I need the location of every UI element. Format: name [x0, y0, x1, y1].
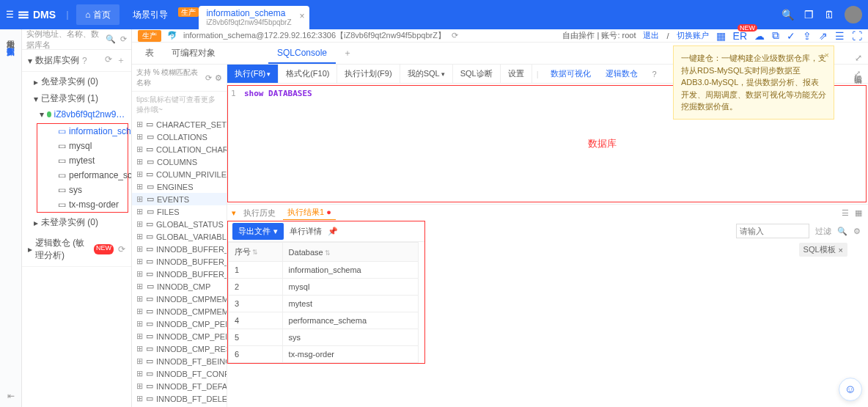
table-item[interactable]: ⊞▭INNODB_BUFFER_POOL_…: [132, 268, 227, 280]
tab-tables[interactable]: 表: [136, 43, 163, 64]
avatar[interactable]: [845, 6, 862, 23]
table-row[interactable]: 5sys: [229, 329, 419, 346]
result-search-input[interactable]: [736, 224, 809, 238]
expand-icon[interactable]: ⊞: [136, 232, 143, 241]
cube-icon[interactable]: ❐: [804, 9, 814, 21]
filter-label[interactable]: 过滤: [815, 226, 831, 237]
expand-icon[interactable]: ⊞: [136, 381, 143, 391]
table-item[interactable]: ⊞▭INNODB_BUFFER_PAGE_…: [132, 255, 227, 268]
plan-button[interactable]: 执行计划(F9): [337, 65, 400, 83]
db-tx-msg-order[interactable]: ▭tx-msg-order: [37, 197, 128, 212]
sql-template-chip[interactable]: SQL模板×: [799, 243, 847, 257]
table-filter[interactable]: 支持 % 模糊匹配表名称 ⟳ ⚙: [132, 65, 227, 92]
search-icon[interactable]: 🔍: [837, 227, 847, 236]
table-item[interactable]: ⊞▭INNODB_CMPMEM: [132, 293, 227, 305]
col-index[interactable]: 序号⇅: [229, 243, 283, 262]
expand-icon[interactable]: ⊞: [136, 294, 143, 304]
section-db-instance[interactable]: ▾ 数据库实例 ? ⟳ ＋: [22, 50, 131, 72]
viz-link[interactable]: 数据可视化: [543, 68, 598, 79]
settings-icon[interactable]: ⚙: [215, 73, 222, 83]
scene-guide-button[interactable]: 场景引导: [124, 0, 177, 29]
refresh-icon[interactable]: ⟳: [205, 73, 212, 83]
refresh-icon[interactable]: ⟳: [120, 34, 127, 44]
table-item[interactable]: ⊞▭INNODB_FT_BEING_DEL…: [132, 355, 227, 367]
help-icon[interactable]: ?: [645, 70, 664, 78]
table-item[interactable]: ⊞▭COLUMNS: [132, 155, 227, 168]
sidebar-search[interactable]: 实例地址、名称、数据库名 🔍 ⟳: [22, 29, 131, 50]
expand-icon[interactable]: ⊞: [136, 207, 144, 216]
db-sys[interactable]: ▭sys: [37, 183, 128, 197]
table-row[interactable]: 2mysql: [229, 279, 419, 296]
expand-icon[interactable]: ⤢: [847, 69, 868, 78]
refresh-icon[interactable]: ⟳: [105, 54, 112, 67]
logout-link[interactable]: 退出: [643, 30, 659, 41]
expand-icon[interactable]: ⊞: [136, 257, 143, 266]
expand-icon[interactable]: ⊞: [136, 157, 144, 166]
product-logo[interactable]: DMS: [17, 8, 56, 21]
table-row[interactable]: 1information_schema: [229, 262, 419, 279]
cloud-icon[interactable]: ☁: [754, 30, 765, 42]
run-button[interactable]: 执行(F8)▾: [227, 65, 279, 83]
table-item[interactable]: ⊞▭COLUMN_PRIVILEGES: [132, 168, 227, 180]
pin-icon[interactable]: 📌: [328, 227, 338, 236]
expand-icon[interactable]: ⊞: [136, 331, 143, 341]
workspace-tab[interactable]: 生产 information_schema iZ8vb6f9qt2nw94f5b…: [199, 6, 309, 29]
expand-icon[interactable]: ⊞: [136, 269, 143, 279]
db-information-schema[interactable]: ▭information_schema: [37, 124, 128, 139]
add-tab-button[interactable]: ＋: [336, 43, 359, 64]
flow-icon[interactable]: ⧉: [772, 29, 779, 42]
table-row[interactable]: 3mytest: [229, 296, 419, 312]
expand-icon[interactable]: ⊞: [136, 244, 143, 254]
table-item[interactable]: ⊞▭CHARACTER_SETS: [132, 118, 227, 131]
gear-icon[interactable]: ⚙: [853, 227, 861, 236]
expand-icon[interactable]: ⊞: [136, 307, 143, 316]
sql-diag-button[interactable]: SQL诊断: [453, 65, 501, 83]
format-button[interactable]: 格式化(F10): [279, 65, 337, 83]
fullscreen-icon[interactable]: ⛶: [852, 30, 862, 42]
refresh-icon[interactable]: ⟳: [452, 31, 458, 40]
table-item[interactable]: ⊞▭INNODB_FT_DELETED: [132, 392, 227, 405]
help-fab[interactable]: ☺: [839, 378, 862, 401]
tab-sqlconsole[interactable]: SQLConsole: [268, 43, 336, 64]
expand-icon[interactable]: ⊞: [136, 369, 143, 378]
table-item[interactable]: ⊞▭INNODB_BUFFER_PAGE: [132, 243, 227, 255]
db-mytest[interactable]: ▭mytest: [37, 153, 128, 168]
calendar-icon[interactable]: 🗓: [824, 9, 834, 21]
settings-button[interactable]: 设置: [501, 65, 532, 83]
table-item[interactable]: ⊞▭COLLATIONS: [132, 131, 227, 143]
plus-icon[interactable]: ＋: [117, 54, 125, 67]
expand-icon[interactable]: ⊞: [136, 344, 143, 353]
expand-icon[interactable]: ⊞: [136, 319, 143, 329]
table-item[interactable]: ⊞▭INNODB_CMP_RESET: [132, 342, 227, 355]
host-node[interactable]: ▾iZ8vb6f9qt2nw94f5bpqbrZ: [22, 107, 131, 122]
table-item[interactable]: ⊞▭INNODB_CMPMEM_RESET: [132, 305, 227, 318]
table-item[interactable]: ⊞▭EVENTS: [132, 193, 227, 205]
section-logic-dw[interactable]: ▸逻辑数仓 (敏理分析) NEW⟳: [22, 232, 131, 267]
switch-account-link[interactable]: 切换账户: [677, 30, 709, 41]
db-performance-schema[interactable]: ▭performance_schema: [37, 168, 128, 183]
expand-icon[interactable]: ⊞: [136, 394, 143, 403]
table-item[interactable]: ⊞▭FILES: [132, 205, 227, 218]
close-icon[interactable]: ×: [300, 12, 305, 21]
table-item[interactable]: ⊞▭GLOBAL_VARIABLES: [132, 230, 227, 243]
table-row[interactable]: 6tx-msg-order: [229, 346, 419, 363]
group-unlogged[interactable]: ▸未登录实例 (0): [22, 214, 131, 231]
expand-icon[interactable]: ⊞: [136, 169, 143, 179]
layout-icon[interactable]: ☰: [842, 208, 849, 218]
close-icon[interactable]: ×: [825, 49, 829, 62]
group-logged[interactable]: ▾已登录实例 (1): [22, 90, 131, 107]
hamburger-icon[interactable]: ☰: [6, 10, 14, 20]
expand-icon[interactable]: ⊞: [136, 219, 143, 229]
logic-link[interactable]: 逻辑数仓: [598, 68, 645, 79]
table-item[interactable]: ⊞▭INNODB_CMP_PER_INDEX: [132, 318, 227, 330]
export-icon[interactable]: ⇪: [803, 30, 812, 42]
chevron-down-icon[interactable]: ▾: [232, 208, 236, 218]
refresh-icon[interactable]: ⟳: [118, 244, 125, 254]
table-item[interactable]: ⊞▭INNODB_FT_DEFAULT_S…: [132, 380, 227, 392]
tab-result1[interactable]: 执行结果1 ●: [283, 205, 336, 220]
tab-history[interactable]: 执行历史: [239, 206, 280, 220]
expand-icon[interactable]: ⊞: [136, 144, 143, 154]
search-icon[interactable]: 🔍: [106, 34, 116, 44]
expand-icon[interactable]: ⊞: [136, 182, 144, 191]
result-grid[interactable]: 序号⇅ Database⇅ 1information_schema2mysql3…: [228, 242, 424, 363]
